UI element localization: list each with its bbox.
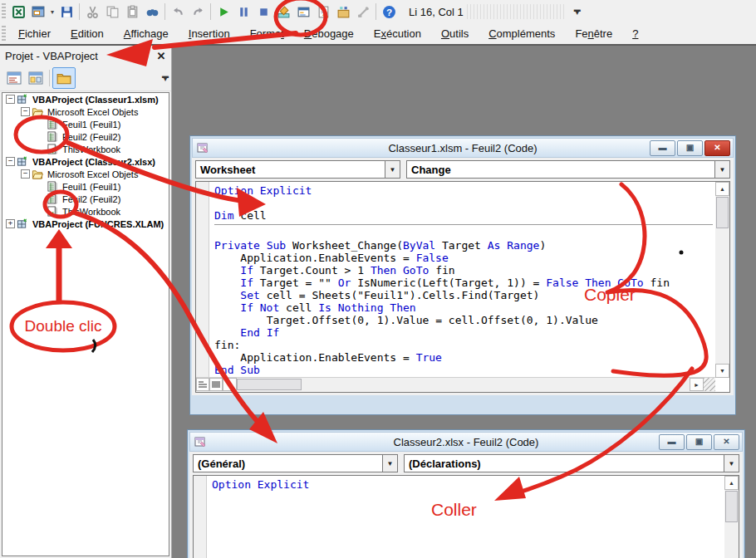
margin-indicator-bar[interactable]: [194, 476, 207, 558]
code-editor-classeur2[interactable]: Option Explicit ▲: [193, 475, 739, 558]
cut-icon[interactable]: [82, 2, 102, 22]
panel-overflow-button[interactable]: ▬▾: [162, 75, 169, 81]
project-panel-title: Projet - VBAProject: [5, 50, 98, 62]
reset-icon[interactable]: [253, 2, 273, 22]
code-line: fin:: [214, 339, 713, 351]
window2-titlebar[interactable]: Classeur2.xlsx - Feuil2 (Code) ▬ ▣ ✕: [189, 432, 743, 452]
tree-item-vbaproject-classeur2-xlsx[interactable]: −VBAProject (Classeur2.xlsx): [2, 155, 169, 168]
code-line: End If: [214, 326, 713, 339]
procedure-dropdown[interactable]: Change ▼: [406, 160, 730, 179]
vertical-scrollbar[interactable]: ▲: [724, 476, 739, 558]
tree-item-feuil1-feuil1[interactable]: Feuil1 (Feuil1): [2, 118, 169, 130]
help-icon[interactable]: ?: [379, 2, 399, 22]
design-mode-icon[interactable]: [273, 2, 293, 22]
chevron-down-icon[interactable]: ▼: [724, 455, 739, 472]
collapse-icon[interactable]: −: [21, 169, 30, 179]
workbook-icon: [47, 206, 59, 217]
menu-item-aide[interactable]: ?: [622, 24, 648, 43]
sheet-icon: [47, 131, 59, 142]
code-editor-classeur1[interactable]: Option Explicit Dim cell Private Sub Wor…: [195, 181, 730, 393]
vertical-scroll-thumb[interactable]: [716, 197, 729, 228]
insert-userform-icon[interactable]: [28, 2, 48, 22]
tree-item-thisworkbook[interactable]: ThisWorkbook: [2, 205, 169, 218]
minimize-button[interactable]: ▬: [659, 434, 685, 450]
copy-icon[interactable]: [102, 2, 122, 22]
toggle-folders-icon[interactable]: [52, 67, 76, 89]
tree-item-label: Feuil2 (Feuil2): [61, 132, 122, 142]
menu-item-fenetre[interactable]: Fenêtre: [565, 24, 622, 43]
collapse-icon[interactable]: −: [21, 107, 30, 116]
resize-grip[interactable]: [704, 378, 715, 391]
tree-item-vbaproject-funcres-xlam[interactable]: +VBAProject (FUNCRES.XLAM): [2, 218, 169, 230]
declarations-dropdown[interactable]: (Déclarations) ▼: [404, 454, 739, 472]
find-icon[interactable]: [142, 2, 162, 22]
chevron-down-icon[interactable]: ▼: [385, 161, 400, 178]
save-icon[interactable]: [56, 2, 76, 22]
full-module-view-button[interactable]: [209, 378, 223, 391]
properties-window-icon[interactable]: [313, 2, 333, 22]
menu-item-insertion[interactable]: Insertion: [179, 24, 240, 43]
object-dropdown[interactable]: (Général) ▼: [193, 454, 398, 472]
menu-item-affichage[interactable]: Affichage: [114, 24, 179, 43]
menubar-grip[interactable]: [2, 26, 6, 42]
close-button[interactable]: ✕: [704, 140, 730, 156]
code-window-classeur2: Classeur2.xlsx - Feuil2 (Code) ▬ ▣ ✕ (Gé…: [187, 429, 745, 558]
close-icon[interactable]: ✕: [153, 47, 169, 64]
horizontal-scrollbar[interactable]: ◄ ►: [196, 377, 715, 392]
toolbar-filler: [467, 4, 567, 19]
menu-item-debogage[interactable]: Débogage: [294, 24, 364, 43]
project-explorer-icon[interactable]: [293, 2, 313, 22]
tree-item-microsoft-excel-objets[interactable]: −Microsoft Excel Objets: [2, 168, 169, 180]
tree-item-label: VBAProject (FUNCRES.XLAM): [31, 219, 165, 229]
scroll-down-icon[interactable]: ▼: [715, 364, 729, 378]
tree-item-feuil1-feuil1[interactable]: Feuil1 (Feuil1): [2, 180, 169, 193]
scroll-right-icon[interactable]: ►: [690, 378, 704, 391]
toolbar-overflow-button[interactable]: ▬▾: [572, 2, 583, 22]
window1-titlebar[interactable]: Classeur1.xlsm - Feuil2 (Code) ▬ ▣ ✕: [192, 138, 734, 158]
redo-icon[interactable]: [188, 2, 208, 22]
chevron-down-icon[interactable]: ▼: [382, 455, 397, 472]
vertical-scrollbar[interactable]: ▲ ▼: [715, 182, 729, 378]
menu-item-complements[interactable]: Compléments: [479, 24, 565, 43]
toolbox-icon[interactable]: [353, 2, 373, 22]
tree-item-feuil2-feuil2[interactable]: Feuil2 (Feuil2): [2, 193, 169, 205]
close-button[interactable]: ✕: [714, 434, 739, 450]
restore-button[interactable]: ▣: [686, 434, 712, 450]
margin-indicator-bar[interactable]: [196, 182, 209, 392]
expand-icon[interactable]: +: [6, 219, 15, 228]
minimize-button[interactable]: ▬: [650, 140, 675, 156]
tree-item-feuil2-feuil2[interactable]: Feuil2 (Feuil2): [2, 130, 169, 143]
project-panel-titlebar[interactable]: Projet - VBAProject ✕: [0, 46, 171, 66]
menu-item-edition[interactable]: Edition: [61, 24, 114, 43]
restore-button[interactable]: ▣: [677, 140, 703, 156]
break-icon[interactable]: [233, 2, 253, 22]
undo-icon[interactable]: [168, 2, 188, 22]
toolbar-grip[interactable]: [2, 3, 6, 20]
collapse-icon[interactable]: −: [6, 95, 15, 104]
horizontal-scroll-thumb[interactable]: [237, 379, 302, 390]
view-code-icon[interactable]: [3, 68, 25, 88]
chevron-down-icon[interactable]: ▼: [714, 161, 729, 178]
scroll-up-icon[interactable]: ▲: [715, 182, 729, 196]
code-line: Target.Offset(0, 1).Value = cell.Offset(…: [214, 314, 713, 326]
object-browser-icon[interactable]: [333, 2, 353, 22]
excel-icon[interactable]: [8, 2, 28, 22]
tree-item-microsoft-excel-objets[interactable]: −Microsoft Excel Objets: [2, 105, 169, 118]
vertical-scroll-thumb[interactable]: [725, 491, 738, 522]
menu-item-format[interactable]: Format: [240, 24, 294, 43]
view-object-icon[interactable]: [25, 68, 47, 88]
menu-item-fichier[interactable]: Fichier: [8, 24, 61, 43]
menu-item-outils[interactable]: Outils: [431, 24, 479, 43]
paste-icon[interactable]: [122, 2, 142, 22]
collapse-icon[interactable]: −: [6, 157, 15, 166]
scroll-left-icon[interactable]: ◄: [223, 378, 237, 391]
chevron-down-icon[interactable]: ▾: [48, 2, 56, 22]
tree-item-thisworkbook[interactable]: ThisWorkbook: [2, 143, 169, 155]
menu-item-execution[interactable]: Exécution: [364, 24, 431, 43]
procedure-view-button[interactable]: [196, 378, 209, 391]
code-line: If Not cell Is Nothing Then: [214, 301, 713, 314]
tree-item-vbaproject-classeur1-xlsm[interactable]: −VBAProject (Classeur1.xlsm): [2, 93, 169, 105]
scroll-up-icon[interactable]: ▲: [724, 476, 739, 490]
run-icon[interactable]: [214, 2, 233, 22]
object-dropdown[interactable]: Worksheet ▼: [195, 160, 400, 179]
